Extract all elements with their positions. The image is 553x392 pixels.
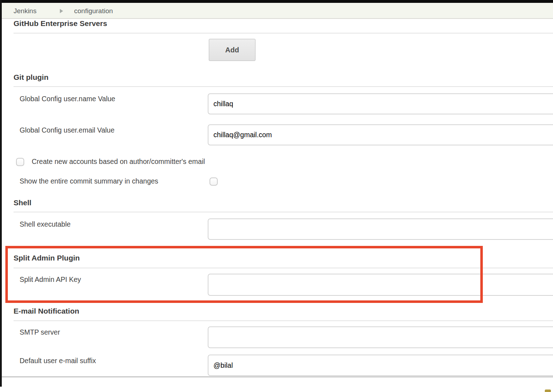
- smtp-server-input[interactable]: [208, 326, 553, 348]
- default-email-suffix-label: Default user e-mail suffix: [20, 357, 96, 365]
- breadcrumb-jenkins-link[interactable]: Jenkins: [14, 3, 36, 19]
- create-accounts-label: Create new accounts based on author/comm…: [32, 158, 205, 166]
- bottom-divider: [0, 376, 553, 377]
- top-screen-edge: [0, 0, 553, 3]
- commit-summary-checkbox[interactable]: [210, 177, 218, 186]
- user-name-label: Global Config user.name Value: [20, 95, 115, 103]
- split-admin-api-key-label: Split Admin API Key: [20, 275, 81, 284]
- divider: [14, 268, 553, 268]
- breadcrumb: Jenkins configuration: [0, 3, 553, 19]
- user-email-input[interactable]: [208, 124, 553, 145]
- left-screen-edge: [0, 0, 2, 387]
- default-email-suffix-input[interactable]: [208, 355, 553, 376]
- shell-executable-label: Shell executable: [20, 220, 71, 228]
- section-title-shell: Shell: [14, 198, 31, 207]
- add-button[interactable]: Add: [209, 39, 255, 61]
- section-title-git-plugin: Git plugin: [14, 73, 48, 82]
- smtp-server-label: SMTP server: [20, 328, 60, 336]
- user-name-input[interactable]: [208, 93, 553, 114]
- divider: [14, 320, 553, 321]
- create-accounts-checkbox[interactable]: [16, 158, 24, 166]
- breadcrumb-configuration-link[interactable]: configuration: [74, 3, 113, 19]
- commit-summary-label: Show the entire commit summary in change…: [20, 177, 158, 185]
- section-title-email-notification: E-mail Notification: [14, 307, 79, 315]
- divider: [14, 33, 553, 33]
- split-admin-api-key-input[interactable]: [208, 274, 553, 296]
- user-email-label: Global Config user.email Value: [20, 126, 114, 134]
- divider: [14, 86, 553, 87]
- jenkins-configuration-page: Jenkins configuration GitHub Enterprise …: [0, 0, 553, 392]
- shell-executable-input[interactable]: [208, 218, 553, 240]
- section-title-split-admin-plugin: Split Admin Plugin: [14, 254, 80, 262]
- divider: [14, 212, 553, 212]
- section-title-github-enterprise-servers: GitHub Enterprise Servers: [14, 19, 107, 28]
- breadcrumb-chevron-icon: [60, 9, 63, 13]
- partial-cutoff-element: [545, 390, 551, 392]
